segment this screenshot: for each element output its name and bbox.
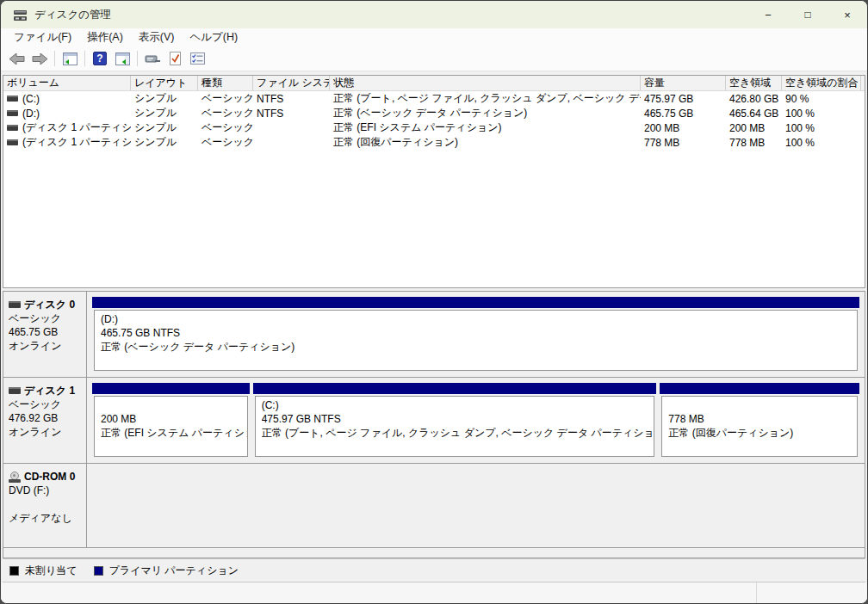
volume-free: 200 MB bbox=[726, 122, 782, 134]
checklist-icon bbox=[190, 52, 205, 65]
menu-file[interactable]: ファイル(F) bbox=[6, 28, 79, 46]
checklist-button[interactable] bbox=[187, 48, 208, 69]
partition-recovery[interactable]: 778 MB 正常 (回復パーティション) bbox=[660, 383, 859, 457]
disk-size: 476.92 GB bbox=[9, 411, 84, 425]
column-header-capacity[interactable]: 容量 bbox=[641, 76, 726, 90]
column-header-free[interactable]: 空き領域 bbox=[726, 76, 782, 90]
help-button[interactable]: ? bbox=[90, 48, 110, 69]
disk-1-track: 200 MB 正常 (EFI システム パーティション) (C:) 475.97… bbox=[87, 378, 865, 463]
volume-layout: シンプル bbox=[131, 120, 198, 135]
disk-management-app-icon bbox=[13, 9, 28, 22]
disk-icon bbox=[9, 301, 21, 308]
partition-label bbox=[668, 398, 857, 412]
disk-type: DVD (F:) bbox=[9, 484, 84, 497]
back-icon bbox=[9, 53, 25, 65]
column-header-volume[interactable]: ボリューム bbox=[3, 76, 131, 90]
primary-partition-color-strip bbox=[92, 297, 859, 308]
partition-status: 正常 (ブート, ページ ファイル, クラッシュ ダンプ, ベーシック データ … bbox=[262, 426, 654, 440]
volume-layout: シンプル bbox=[131, 135, 198, 150]
volume-type: ベーシック bbox=[198, 91, 253, 106]
show-action-pane-icon bbox=[115, 52, 130, 65]
column-header-layout[interactable]: レイアウト bbox=[131, 76, 198, 90]
volume-capacity: 778 MB bbox=[641, 137, 726, 149]
partition-label: (C:) bbox=[262, 398, 654, 412]
volume-row[interactable]: (ディスク 1 パーティション 4) シンプル ベーシック 正常 (回復パーティ… bbox=[3, 135, 865, 150]
check-page-button[interactable] bbox=[164, 48, 185, 69]
client-area: ボリューム レイアウト 種類 ファイル システム 状態 容量 空き領域 空き領域… bbox=[1, 71, 867, 582]
forward-icon bbox=[32, 53, 47, 65]
legend-bar: 未割り当て プライマリ パーティション bbox=[3, 558, 865, 582]
volume-row[interactable]: (C:) シンプル ベーシック NTFS 正常 (ブート, ページ ファイル, … bbox=[3, 91, 865, 106]
partition-label bbox=[101, 398, 247, 412]
popup-menu-icon bbox=[145, 52, 161, 65]
disk-0-info-panel[interactable]: ディスク 0 ベーシック 465.75 GB オンライン bbox=[3, 292, 87, 377]
disk-row-0: ディスク 0 ベーシック 465.75 GB オンライン (D:) 465.75… bbox=[3, 292, 865, 378]
volume-icon bbox=[7, 125, 18, 131]
volume-capacity: 200 MB bbox=[641, 122, 726, 134]
disk-name: ディスク 0 bbox=[24, 298, 75, 311]
disk-name: CD-ROM 0 bbox=[24, 470, 75, 484]
status-bar bbox=[1, 582, 867, 604]
volume-name: (ディスク 1 パーティション 1) bbox=[22, 120, 131, 135]
column-header-fs[interactable]: ファイル システム bbox=[253, 76, 330, 90]
menu-view[interactable]: 表示(V) bbox=[131, 28, 183, 46]
column-header-status[interactable]: 状態 bbox=[330, 76, 641, 90]
partition-d[interactable]: (D:) 465.75 GB NTFS 正常 (ベーシック データ パーティショ… bbox=[92, 297, 859, 371]
cdrom-0-track bbox=[87, 464, 865, 547]
volume-icon bbox=[7, 96, 18, 102]
partition-efi[interactable]: 200 MB 正常 (EFI システム パーティション) bbox=[92, 383, 250, 457]
toolbar-separator bbox=[84, 51, 85, 66]
column-header-filler bbox=[861, 76, 865, 90]
back-button[interactable] bbox=[7, 48, 28, 69]
maximize-button[interactable]: □ bbox=[788, 1, 828, 28]
minimize-button[interactable]: − bbox=[748, 1, 788, 28]
close-button[interactable]: × bbox=[828, 1, 867, 28]
volume-icon bbox=[7, 139, 18, 145]
svg-text:?: ? bbox=[96, 52, 102, 65]
disk-row-1: ディスク 1 ベーシック 476.92 GB オンライン 200 MB 正常 (… bbox=[3, 378, 865, 464]
menubar: ファイル(F) 操作(A) 表示(V) ヘルプ(H) bbox=[1, 28, 867, 46]
cd-rom-icon bbox=[9, 471, 21, 483]
cdrom-row: CD-ROM 0 DVD (F:) メディアなし bbox=[3, 464, 865, 548]
menu-action[interactable]: 操作(A) bbox=[79, 28, 131, 46]
check-page-icon bbox=[169, 52, 182, 65]
toolbar-separator bbox=[137, 51, 138, 66]
disk-0-track: (D:) 465.75 GB NTFS 正常 (ベーシック データ パーティショ… bbox=[87, 292, 865, 377]
partition-size: 778 MB bbox=[668, 412, 857, 426]
partition-status: 正常 (EFI システム パーティション) bbox=[101, 426, 247, 440]
volume-layout: シンプル bbox=[131, 106, 198, 120]
cdrom-0-info-panel[interactable]: CD-ROM 0 DVD (F:) メディアなし bbox=[3, 464, 87, 547]
volume-fs: NTFS bbox=[253, 93, 330, 105]
volume-row[interactable]: (ディスク 1 パーティション 1) シンプル ベーシック 正常 (EFI シス… bbox=[3, 120, 865, 135]
partition-c[interactable]: (C:) 475.97 GB NTFS 正常 (ブート, ページ ファイル, ク… bbox=[253, 383, 657, 457]
partition-status: 正常 (ベーシック データ パーティション) bbox=[101, 340, 857, 354]
partition-status: 正常 (回復パーティション) bbox=[668, 426, 857, 440]
primary-partition-legend-swatch bbox=[94, 566, 103, 576]
forward-button[interactable] bbox=[29, 48, 50, 69]
help-icon: ? bbox=[93, 52, 107, 65]
column-header-free-pct[interactable]: 空き領域の割合 bbox=[782, 76, 861, 90]
column-header-type[interactable]: 種類 bbox=[198, 76, 253, 90]
volume-status: 正常 (ブート, ページ ファイル, クラッシュ ダンプ, ベーシック データ … bbox=[330, 91, 641, 106]
volume-name: (C:) bbox=[22, 93, 40, 105]
status-bar-segment bbox=[1, 582, 757, 604]
primary-partition-legend-label: プライマリ パーティション bbox=[109, 564, 239, 578]
volume-free: 465.64 GB bbox=[726, 108, 782, 120]
volume-type: ベーシック bbox=[198, 106, 253, 120]
volume-name: (D:) bbox=[22, 108, 40, 120]
disk-type: ベーシック bbox=[9, 398, 84, 411]
menu-help[interactable]: ヘルプ(H) bbox=[182, 28, 245, 46]
volume-status: 正常 (回復パーティション) bbox=[330, 135, 641, 150]
partition-label: (D:) bbox=[101, 312, 857, 326]
volume-status: 正常 (ベーシック データ パーティション) bbox=[330, 106, 641, 120]
show-action-pane-button[interactable] bbox=[112, 48, 133, 69]
volume-row[interactable]: (D:) シンプル ベーシック NTFS 正常 (ベーシック データ パーティシ… bbox=[3, 106, 865, 120]
volume-fs: NTFS bbox=[253, 108, 330, 120]
volume-name: (ディスク 1 パーティション 4) bbox=[22, 135, 131, 150]
popup-menu-button[interactable] bbox=[142, 48, 163, 69]
volume-type: ベーシック bbox=[198, 135, 253, 150]
show-console-tree-button[interactable] bbox=[59, 48, 80, 69]
volume-icon bbox=[7, 110, 18, 116]
disk-management-window: ディスクの管理 − □ × ファイル(F) 操作(A) 表示(V) ヘルプ(H) bbox=[0, 0, 868, 604]
disk-1-info-panel[interactable]: ディスク 1 ベーシック 476.92 GB オンライン bbox=[3, 378, 87, 463]
